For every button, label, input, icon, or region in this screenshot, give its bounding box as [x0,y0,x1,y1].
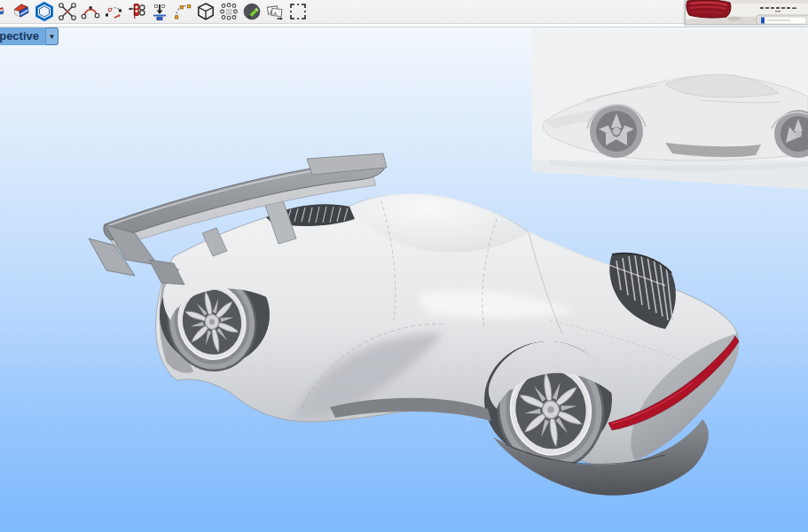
curve-handles-icon[interactable] [80,1,101,22]
app-window: Perspective ▼ [0,0,808,532]
blue-hexagon-icon[interactable] [34,1,55,22]
background-photo-window[interactable] [685,0,808,25]
rebuild-curve-icon[interactable] [172,1,193,22]
license-plate [757,15,808,25]
surface-dart-icon[interactable] [11,1,32,22]
perspective-viewport[interactable]: Perspective ▼ [0,27,808,532]
point-grid-icon[interactable] [218,1,239,22]
viewport-title: Perspective ▼ [0,27,59,45]
clipped-edge-icon[interactable] [0,1,9,22]
green-pencil-icon[interactable] [241,1,263,22]
viewport-title-text[interactable]: Perspective [0,27,45,45]
wireframe-box-icon[interactable] [195,1,216,22]
cross-points-icon[interactable] [57,1,78,22]
car-model[interactable] [89,153,739,496]
chevron-down-icon: ▼ [49,33,56,41]
photos-icon[interactable] [264,1,286,22]
selection-frame-icon[interactable] [287,1,309,22]
project-down-icon[interactable] [149,1,170,22]
curve-arrow-icon[interactable] [103,1,124,22]
viewport-dropdown-button[interactable]: ▼ [45,27,59,45]
viewport-canvas[interactable] [0,27,808,532]
car-rear-photo [686,0,808,25]
match-flag-icon[interactable] [126,1,147,22]
